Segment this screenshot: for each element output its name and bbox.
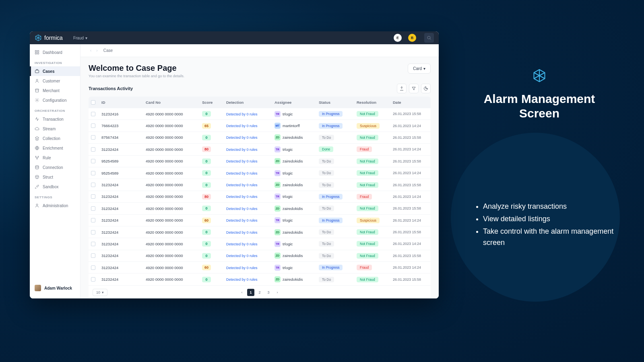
- table-row[interactable]: 312324244920 0000 0000 00000Detected by …: [89, 238, 431, 249]
- filter-button[interactable]: [409, 84, 419, 93]
- sidebar-item-configuration[interactable]: Configuration: [30, 95, 80, 105]
- brand-logo[interactable]: formica: [35, 34, 63, 41]
- row-checkbox[interactable]: [91, 159, 95, 163]
- sidebar-item-transaction[interactable]: Transaction: [30, 114, 80, 124]
- detection-link[interactable]: Detected by 0 rules: [226, 112, 258, 116]
- table-row[interactable]: 312324244920 0000 0000 000060Detected by…: [89, 214, 431, 226]
- row-checkbox[interactable]: [91, 253, 95, 258]
- resolution-badge: Fraud: [357, 265, 372, 270]
- cell-cardno: 4920 0000 0000 0000: [146, 159, 202, 163]
- sidebar-item-sandbox[interactable]: Sandbox: [30, 182, 80, 191]
- cell-date: 26.01.2023 15:58: [393, 254, 429, 258]
- table-row[interactable]: 766642234920 0000 0000 000065Detected by…: [89, 119, 431, 131]
- sidebar-user[interactable]: Adam Warlock: [30, 281, 80, 295]
- row-checkbox[interactable]: [91, 230, 95, 234]
- card-filter-dropdown[interactable]: Card ▾: [408, 64, 431, 74]
- avatar-e[interactable]: E: [394, 34, 402, 42]
- row-checkbox[interactable]: [91, 265, 95, 270]
- table-row[interactable]: 312324244920 0000 0000 00000Detected by …: [89, 250, 431, 261]
- row-checkbox[interactable]: [91, 147, 95, 152]
- sidebar-item-enrichment[interactable]: Enrichment: [30, 143, 80, 153]
- export-button[interactable]: [397, 84, 407, 93]
- sidebar-item-cases[interactable]: Cases: [30, 66, 80, 76]
- sidebar-item-administration[interactable]: Administration: [30, 201, 80, 210]
- page-1[interactable]: 1: [247, 289, 254, 296]
- page-3[interactable]: 3: [265, 289, 272, 296]
- table-row[interactable]: 312324244920 0000 0000 00000Detected by …: [89, 273, 431, 285]
- svg-point-10: [35, 156, 36, 157]
- row-checkbox[interactable]: [91, 183, 95, 187]
- cell-assignee: TRtrlogic: [275, 146, 319, 152]
- row-checkbox[interactable]: [91, 112, 95, 116]
- detection-link[interactable]: Detected by 0 rules: [226, 159, 258, 163]
- page-2[interactable]: 2: [256, 289, 263, 296]
- status-badge: To Do: [319, 158, 334, 164]
- cell-id: 95254589: [101, 171, 146, 175]
- detection-link[interactable]: Detected by 0 rules: [226, 218, 258, 222]
- row-checkbox[interactable]: [91, 277, 95, 282]
- breadcrumb-forward[interactable]: ›: [95, 47, 99, 53]
- table-row[interactable]: 952545894920 0000 0000 00000Detected by …: [89, 155, 431, 167]
- search-button[interactable]: [424, 33, 434, 43]
- table-row[interactable]: 312324244920 0000 0000 00000Detected by …: [89, 226, 431, 238]
- detection-link[interactable]: Detected by 0 rules: [226, 148, 258, 152]
- row-checkbox[interactable]: [91, 206, 95, 211]
- page-size-dropdown[interactable]: 10 ▾: [93, 289, 107, 296]
- row-checkbox[interactable]: [91, 171, 95, 175]
- table-row[interactable]: 312324244920 0000 0000 000080Detected by…: [89, 143, 431, 155]
- chart-button[interactable]: [421, 84, 431, 93]
- page-prev[interactable]: ‹: [238, 289, 246, 296]
- cell-cardno: 4920 0000 0000 0000: [146, 218, 202, 222]
- detection-link[interactable]: Detected by 0 rules: [226, 136, 258, 140]
- sidebar-item-stream[interactable]: Stream: [30, 124, 80, 134]
- cell-id: 31232416: [101, 112, 146, 116]
- sidebar-item-dashboard[interactable]: Dashboard: [30, 47, 80, 57]
- detection-link[interactable]: Detected by 0 rules: [226, 183, 258, 187]
- detection-link[interactable]: Detected by 0 rules: [226, 278, 258, 282]
- store-icon: [35, 88, 39, 93]
- detection-link[interactable]: Detected by 0 rules: [226, 230, 258, 234]
- table-row[interactable]: 312324244920 0000 0000 00000Detected by …: [89, 179, 431, 190]
- cell-cardno: 4920 0000 0000 0000: [146, 277, 202, 282]
- detection-link[interactable]: Detected by 0 rules: [226, 207, 258, 211]
- detection-link[interactable]: Detected by 0 rules: [226, 254, 258, 258]
- sidebar-item-connection[interactable]: Connection: [30, 162, 80, 172]
- table-row[interactable]: 312324244920 0000 0000 000060Detected by…: [89, 261, 431, 273]
- select-all-checkbox[interactable]: [91, 100, 95, 105]
- row-checkbox[interactable]: [91, 242, 95, 246]
- svg-point-11: [38, 156, 39, 157]
- cell-cardno: 4920 0000 0000 0000: [146, 123, 202, 128]
- sidebar-item-customer[interactable]: Customer: [30, 76, 80, 86]
- app-header: formica Fraud ▾ E B: [30, 31, 439, 44]
- sidebar-item-rule[interactable]: Rule: [30, 153, 80, 162]
- table-row[interactable]: 312324244920 0000 0000 000080Detected by…: [89, 191, 431, 202]
- detection-link[interactable]: Detected by 0 rules: [226, 171, 258, 175]
- sidebar-item-struct[interactable]: Struct: [30, 172, 80, 182]
- cell-assignee: ZDzairedokidis: [275, 276, 319, 282]
- caption-title-line-1: Alarm Management: [459, 92, 620, 106]
- page-next[interactable]: ›: [274, 289, 281, 296]
- sidebar-item-collection[interactable]: Collection: [30, 134, 80, 143]
- table-row[interactable]: 875674344920 0000 0000 00000Detected by …: [89, 132, 431, 143]
- table-row[interactable]: 312324164920 0000 0000 00000Detected by …: [89, 108, 431, 119]
- header-dropdown-fraud[interactable]: Fraud ▾: [73, 36, 87, 40]
- upload-icon: [399, 86, 404, 91]
- row-checkbox[interactable]: [91, 135, 95, 140]
- page-title: Welcome to Case Page: [89, 64, 184, 73]
- row-checkbox[interactable]: [91, 218, 95, 222]
- sidebar-item-label: Connection: [43, 165, 63, 170]
- table-row[interactable]: 312324244920 0000 0000 00000Detected by …: [89, 202, 431, 214]
- breadcrumb-back[interactable]: ‹: [89, 47, 93, 53]
- table-row[interactable]: 952545894920 0000 0000 00000Detected by …: [89, 167, 431, 179]
- avatar-b[interactable]: B: [408, 34, 416, 42]
- sidebar-item-merchant[interactable]: Merchant: [30, 86, 80, 95]
- detection-link[interactable]: Detected by 0 rules: [226, 195, 258, 199]
- row-checkbox[interactable]: [91, 194, 95, 199]
- detection-link[interactable]: Detected by 0 rules: [226, 266, 258, 270]
- row-checkbox[interactable]: [91, 123, 95, 128]
- detection-link[interactable]: Detected by 0 rules: [226, 124, 258, 128]
- detection-link[interactable]: Detected by 0 rules: [226, 242, 258, 246]
- svg-rect-5: [37, 53, 39, 54]
- main-content: ‹ › Case Welcome to Case Page You can ex…: [80, 44, 439, 298]
- breadcrumb-current: Case: [103, 48, 113, 53]
